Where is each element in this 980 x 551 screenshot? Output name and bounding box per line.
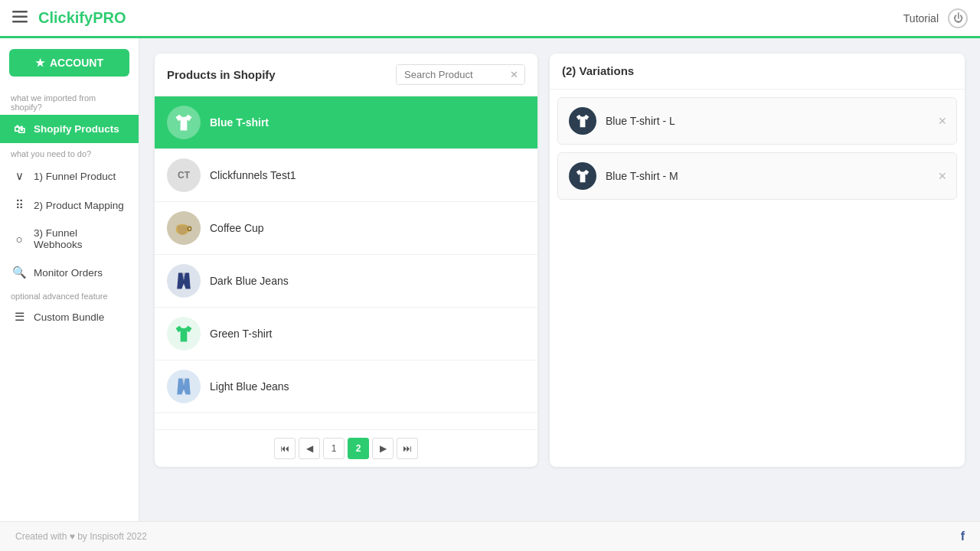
- tutorial-link[interactable]: Tutorial: [903, 12, 939, 24]
- svg-rect-2: [12, 21, 28, 23]
- variation-close-button[interactable]: ✕: [938, 115, 947, 127]
- account-star-icon: ★: [35, 57, 45, 69]
- sidebar-section-imported: what we imported from shopify?: [0, 87, 139, 115]
- product-name: Clickfunnels Test1: [210, 169, 296, 181]
- pagination-next-button[interactable]: ▶: [372, 438, 394, 459]
- variations-header: (2) Variations: [550, 54, 965, 90]
- search-input[interactable]: [397, 65, 504, 84]
- product-item[interactable]: Coffee Cup: [155, 202, 537, 255]
- variation-item: Blue T-shirt - L ✕: [557, 97, 957, 145]
- topbar: ClickifyPRO Tutorial ⏻: [0, 0, 980, 38]
- svg-rect-4: [188, 227, 191, 230]
- sidebar: ★ ACCOUNT what we imported from shopify?…: [0, 38, 139, 521]
- product-name: Green T-shirt: [210, 328, 272, 340]
- product-avatar: [167, 211, 201, 245]
- pagination-first-button[interactable]: ⏮: [274, 438, 296, 459]
- footer: Created with ♥ by Inspisoft 2022 f: [0, 521, 980, 551]
- sidebar-section-todo: what you need to do?: [0, 143, 139, 161]
- sidebar-item-product-mapping[interactable]: ⠿ 2) Product Mapping: [0, 191, 139, 220]
- product-name: Dark Blue Jeans: [210, 275, 289, 287]
- shopify-icon: 🛍: [11, 122, 28, 135]
- pagination: ⏮ ◀ 1 2 ▶ ⏭: [155, 429, 537, 467]
- product-avatar: [167, 106, 201, 139]
- app-logo: ClickifyPRO: [38, 9, 126, 27]
- variation-close-button[interactable]: ✕: [938, 170, 947, 182]
- footer-text: Created with ♥ by Inspisoft 2022: [15, 531, 147, 542]
- sidebar-optional-label: optional advanced feature: [0, 287, 139, 302]
- pagination-prev-button[interactable]: ◀: [299, 438, 320, 459]
- svg-rect-1: [12, 15, 28, 18]
- product-list: Blue T-shirt CT Clickfunnels Test1: [155, 96, 537, 429]
- product-name: Coffee Cup: [210, 222, 264, 234]
- topbar-right: Tutorial ⏻: [903, 8, 968, 28]
- variations-title: (2) Variations: [562, 64, 634, 77]
- variation-item: Blue T-shirt - M ✕: [557, 152, 957, 200]
- product-avatar: [167, 264, 201, 298]
- sidebar-item-shopify-products[interactable]: 🛍 Shopify Products: [0, 115, 139, 143]
- sidebar-item-funnel-product[interactable]: ∨ 1) Funnel Product: [0, 161, 139, 191]
- variation-name: Blue T-shirt - M: [606, 170, 946, 182]
- svg-rect-0: [12, 11, 28, 13]
- product-avatar: [167, 317, 201, 350]
- variation-icon: [569, 107, 596, 135]
- product-avatar: CT: [167, 158, 201, 192]
- products-panel: Products in Shopify ✕ Blue T-shirt: [155, 54, 537, 467]
- power-button[interactable]: ⏻: [948, 8, 968, 28]
- sidebar-item-custom-bundle[interactable]: ☰ Custom Bundle: [0, 302, 139, 331]
- sidebar-item-funnel-webhooks[interactable]: ○ 3) Funnel Webhooks: [0, 220, 139, 258]
- products-panel-title: Products in Shopify: [167, 68, 276, 81]
- product-name: Blue T-shirt: [210, 116, 269, 129]
- search-icon: 🔍: [11, 266, 28, 279]
- product-item[interactable]: Green T-shirt: [155, 308, 537, 360]
- search-clear-button[interactable]: ✕: [504, 65, 524, 84]
- chevron-down-icon: ∨: [11, 169, 28, 183]
- variation-list: Blue T-shirt - L ✕ Blue T-shirt - M ✕: [550, 90, 965, 467]
- bundle-icon: ☰: [11, 310, 28, 324]
- product-name: Light Blue Jeans: [210, 380, 289, 393]
- pagination-page-2[interactable]: 2: [348, 438, 369, 459]
- variation-icon: [569, 162, 596, 190]
- variation-name: Blue T-shirt - L: [606, 115, 946, 127]
- product-avatar: [167, 370, 201, 403]
- pagination-page-1[interactable]: 1: [323, 438, 345, 459]
- product-item[interactable]: Dark Blue Jeans: [155, 255, 537, 308]
- account-button[interactable]: ★ ACCOUNT: [9, 49, 129, 77]
- facebook-icon[interactable]: f: [961, 530, 965, 543]
- grid-icon: ⠿: [11, 198, 28, 212]
- products-panel-header: Products in Shopify ✕: [155, 54, 537, 96]
- main-layout: ★ ACCOUNT what we imported from shopify?…: [0, 38, 980, 521]
- search-container: ✕: [396, 64, 525, 85]
- sidebar-item-monitor-orders[interactable]: 🔍 Monitor Orders: [0, 258, 139, 287]
- product-item[interactable]: Blue T-shirt: [155, 96, 537, 149]
- pagination-last-button[interactable]: ⏭: [397, 438, 418, 459]
- menu-icon[interactable]: [12, 11, 28, 26]
- product-item[interactable]: Light Blue Jeans: [155, 360, 537, 413]
- content-area: Products in Shopify ✕ Blue T-shirt: [139, 38, 980, 521]
- variations-panel: (2) Variations Blue T-shirt - L ✕: [550, 54, 965, 467]
- circle-icon: ○: [11, 233, 28, 246]
- product-item[interactable]: CT Clickfunnels Test1: [155, 149, 537, 202]
